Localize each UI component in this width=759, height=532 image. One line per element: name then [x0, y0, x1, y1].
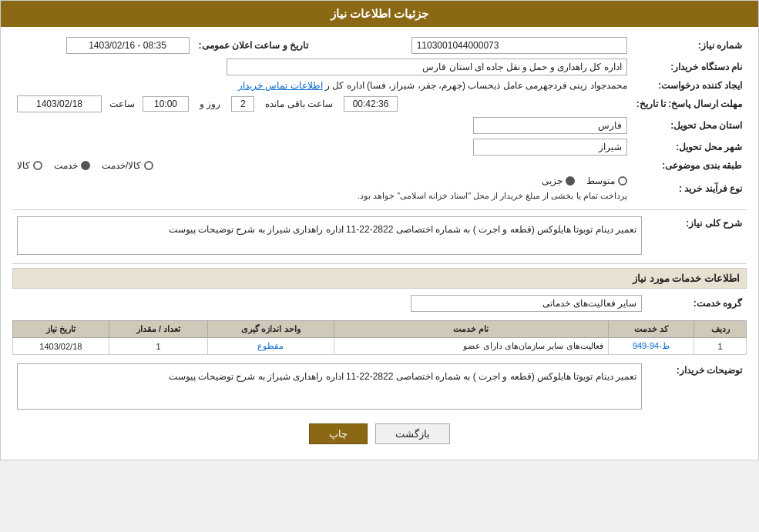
nam-dastgah-cell: اداره کل راهداری و حمل و نقل جاده ای است… — [12, 56, 632, 78]
tabaqe-kala-khedmat-radio — [144, 161, 153, 170]
description-label: توضیحات خریدار: — [646, 361, 747, 412]
grouh-khedmat-cell: سایر فعالیت‌های خدماتی — [12, 293, 646, 314]
shahr-label: شهر محل تحویل: — [632, 136, 747, 158]
ettelaat-tamas-link[interactable]: اطلاعات تماس خریدار — [238, 80, 323, 91]
description-table: توضیحات خریدار: تعمیر دینام تویوتا هایلو… — [12, 361, 747, 412]
farayand-label: نوع فرآیند خرید : — [632, 173, 747, 203]
page-wrapper: جزئیات اطلاعات نیاز شماره نیاز: 11030010… — [0, 0, 759, 460]
farayand-motavaset-radio — [618, 176, 627, 186]
sharh-value: تعمیر دینام تویوتا هایلوکس (قطعه و اجرت … — [17, 216, 642, 255]
mohlat-baqi-value: 00:42:36 — [344, 96, 398, 112]
services-table: ردیف کد خدمت نام خدمت واحد اندازه گیری ت… — [12, 320, 747, 355]
nam-dastgah-label: نام دستگاه خریدار: — [632, 56, 747, 78]
col-tarikh: تاریخ نیاز — [13, 321, 109, 338]
tabaqe-label: طبقه بندی موضوعی: — [632, 158, 747, 173]
mohlat-saat-label: ساعت — [109, 99, 135, 109]
chap-button[interactable]: چاپ — [309, 423, 368, 444]
shomara-niaz-label: شماره نیاز: — [632, 35, 747, 56]
farayand-jozi-label: جزیی — [542, 176, 563, 186]
ostan-label: استان محل تحویل: — [632, 115, 747, 136]
tabaqe-cell: کالا خدمت کالا/خدمت — [12, 158, 632, 173]
grouh-khedmat-value: سایر فعالیت‌های خدماتی — [411, 295, 642, 312]
separator-2 — [12, 263, 747, 264]
shomara-niaz-value: 1103001044000073 — [411, 37, 627, 54]
bazgasht-button[interactable]: بازگشت — [375, 423, 450, 444]
tarikh-value: 1403/02/16 - 08:35 — [66, 37, 190, 54]
cell-kod: ط-94-949 — [608, 338, 694, 355]
tarikh-cell: 1403/02/16 - 08:35 — [12, 35, 194, 56]
farayand-jozi-radio — [566, 176, 575, 186]
ostan-cell: فارس — [12, 115, 632, 136]
description-cell: تعمیر دینام تویوتا هایلوکس (قطعه و اجرت … — [12, 361, 646, 412]
khadamat-header: اطلاعات خدمات مورد نیاز — [12, 268, 747, 289]
tabaqe-kala-label: کالا — [17, 160, 30, 171]
cell-radif: 1 — [694, 338, 747, 355]
tabaqe-khedmat-option[interactable]: خدمت — [54, 160, 90, 171]
shomara-niaz-cell: 1103001044000073 — [324, 35, 632, 56]
ijad-konande-cell: محمدجواد زینی فردجهرمی عامل ذیحساب (جهرم… — [12, 78, 632, 93]
cell-tedad: 1 — [109, 338, 208, 355]
mohlat-date: 1403/02/18 — [17, 95, 102, 112]
cell-name: فعالیت‌های سایر سازمان‌های دارای عضو — [334, 338, 608, 355]
col-tedad: تعداد / مقدار — [109, 321, 208, 338]
mohlat-baqi-label: ساعت باقی مانده — [265, 99, 333, 109]
grouh-khedmat-label: گروه خدمت: — [646, 293, 747, 314]
buttons-row: بازگشت چاپ — [12, 423, 747, 444]
ostan-value: فارس — [473, 117, 627, 134]
grouh-khedmat-table: گروه خدمت: سایر فعالیت‌های خدماتی — [12, 293, 747, 314]
ijad-konande-label: ایجاد کننده درخواست: — [632, 78, 747, 93]
mohlat-rooz-value: 2 — [231, 96, 254, 112]
farayand-motavaset-option[interactable]: متوسط — [586, 176, 627, 186]
sharh-cell: تعمیر دینام تویوتا هایلوکس (قطعه و اجرت … — [12, 214, 646, 257]
page-header: جزئیات اطلاعات نیاز — [1, 1, 758, 27]
tabaqe-kala-option[interactable]: کالا — [17, 160, 42, 171]
tabaqe-kala-khedmat-label: کالا/خدمت — [102, 160, 141, 171]
mohlat-rooz-label: روز و — [200, 99, 220, 109]
info-table: شماره نیاز: 1103001044000073 تاریخ و ساع… — [12, 35, 747, 203]
tabaqe-kala-khedmat-option[interactable]: کالا/خدمت — [102, 160, 153, 171]
description-value: تعمیر دینام تویوتا هایلوکس (قطعه و اجرت … — [17, 363, 642, 410]
tarikh-label: تاریخ و ساعت اعلان عمومی: — [194, 35, 324, 56]
farayand-cell: جزیی متوسط پرداخت تمام یا بخشی از مبلغ خ… — [12, 173, 632, 203]
table-row: 1 ط-94-949 فعالیت‌های سایر سازمان‌های دا… — [13, 338, 747, 355]
farayand-note: پرداخت تمام یا بخشی از مبلغ خریدار از مح… — [358, 191, 627, 201]
cell-vahed: مقطوع — [208, 338, 334, 355]
col-vahed: واحد اندازه گیری — [208, 321, 334, 338]
sharh-table: شرح کلی نیاز: تعمیر دینام تویوتا هایلوکس… — [12, 214, 747, 257]
col-name: نام خدمت — [334, 321, 608, 338]
mohlat-label: مهلت ارسال پاسخ: تا تاریخ: — [632, 93, 747, 115]
mohlat-saat-value: 10:00 — [143, 96, 189, 112]
tabaqe-kala-radio — [33, 161, 42, 170]
sharh-label: شرح کلی نیاز: — [646, 214, 747, 257]
page-title: جزئیات اطلاعات نیاز — [331, 7, 428, 20]
nam-dastgah-value: اداره کل راهداری و حمل و نقل جاده ای است… — [227, 59, 627, 75]
col-kod: کد خدمت — [608, 321, 694, 338]
shahr-value: شیراز — [473, 139, 627, 156]
cell-tarikh: 1403/02/18 — [13, 338, 109, 355]
ijad-konande-value: محمدجواد زینی فردجهرمی عامل ذیحساب (جهرم… — [325, 80, 627, 91]
farayand-jozi-option[interactable]: جزیی — [542, 176, 575, 186]
col-radif: ردیف — [694, 321, 747, 338]
shahr-cell: شیراز — [12, 136, 632, 158]
tabaqe-khedmat-radio — [81, 161, 90, 170]
separator-1 — [12, 209, 747, 210]
farayand-motavaset-label: متوسط — [586, 176, 615, 186]
content-area: شماره نیاز: 1103001044000073 تاریخ و ساع… — [1, 27, 758, 460]
tabaqe-khedmat-label: خدمت — [54, 160, 78, 171]
mohlat-cell: 1403/02/18 ساعت 10:00 روز و 2 ساعت باقی … — [12, 93, 632, 115]
